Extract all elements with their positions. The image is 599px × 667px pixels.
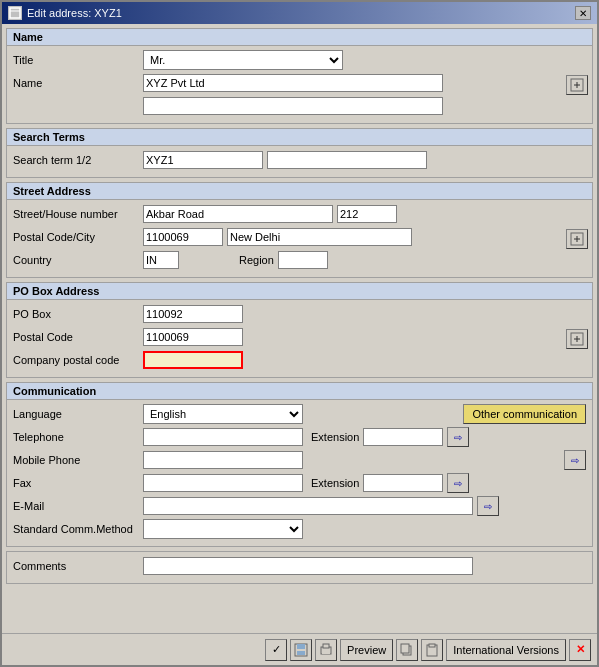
title-select[interactable]: Mr. Ms. Mrs. Dr. <box>143 50 343 70</box>
ext-label: Extension <box>311 431 359 443</box>
email-arrow-btn[interactable]: ⇨ <box>477 496 499 516</box>
mobile-arrow-btn[interactable]: ⇨ <box>564 450 586 470</box>
telephone-arrow-btn[interactable]: ⇨ <box>447 427 469 447</box>
po-box-label: PO Box <box>13 308 143 320</box>
search-term-label: Search term 1/2 <box>13 154 143 166</box>
print-icon <box>319 643 333 657</box>
telephone-input[interactable] <box>143 428 303 446</box>
po-section-icon-btn[interactable] <box>566 329 588 349</box>
title-label: Title <box>13 54 143 66</box>
search-section-header: Search Terms <box>7 129 592 146</box>
paste-icon <box>425 643 439 657</box>
po-section: PO Box Address PO Box Postal Code Compan… <box>6 282 593 378</box>
po-postal-input[interactable] <box>143 328 243 346</box>
region-input[interactable] <box>278 251 328 269</box>
title-row: Title Mr. Ms. Mrs. Dr. <box>13 50 562 70</box>
mobile-label: Mobile Phone <box>13 454 143 466</box>
svg-rect-16 <box>322 651 330 654</box>
title-bar: Edit address: XYZ1 ✕ <box>2 2 597 24</box>
comments-section: Comments <box>6 551 593 584</box>
mobile-arrow-icon: ⇨ <box>571 455 579 466</box>
search-term2-input[interactable] <box>267 151 427 169</box>
check-button[interactable]: ✓ <box>265 639 287 661</box>
postal-city-row: Postal Code/City <box>13 227 558 247</box>
po-postal-label: Postal Code <box>13 331 143 343</box>
name-section-header: Name <box>7 29 592 46</box>
footer-close-button[interactable]: ✕ <box>569 639 591 661</box>
search-term1-input[interactable] <box>143 151 263 169</box>
company-postal-label: Company postal code <box>13 354 143 366</box>
fax-input[interactable] <box>143 474 303 492</box>
search-term-row: Search term 1/2 <box>13 150 586 170</box>
preview-button[interactable]: Preview <box>340 639 393 661</box>
std-comm-select[interactable]: Telephone Fax E-Mail <box>143 519 303 539</box>
comments-input[interactable] <box>143 557 473 575</box>
fax-ext-label: Extension <box>311 477 359 489</box>
name-section-icon-btn[interactable] <box>566 75 588 95</box>
comments-section-body: Comments <box>7 552 592 583</box>
name-line2-input[interactable] <box>143 97 443 115</box>
svg-rect-13 <box>297 651 305 655</box>
fax-row: Fax Extension ⇨ <box>13 473 586 493</box>
house-number-input[interactable] <box>337 205 397 223</box>
copy-button[interactable] <box>396 639 418 661</box>
int-versions-button[interactable]: International Versions <box>446 639 566 661</box>
region-label: Region <box>239 254 274 266</box>
paste-button[interactable] <box>421 639 443 661</box>
street-row: Street/House number <box>13 204 558 224</box>
copy-icon <box>400 643 414 657</box>
save-button[interactable] <box>290 639 312 661</box>
language-row: Language English German French Other com… <box>13 404 586 424</box>
street-input[interactable] <box>143 205 333 223</box>
country-row: Country Region <box>13 250 558 270</box>
country-input[interactable] <box>143 251 179 269</box>
po-box-input[interactable] <box>143 305 243 323</box>
svg-rect-20 <box>429 644 435 647</box>
preview-label: Preview <box>347 644 386 656</box>
company-postal-input[interactable] <box>143 351 243 369</box>
fax-ext-input[interactable] <box>363 474 443 492</box>
email-arrow-icon: ⇨ <box>484 501 492 512</box>
footer-close-icon: ✕ <box>576 643 585 656</box>
int-versions-label: International Versions <box>453 644 559 656</box>
window-close-button[interactable]: ✕ <box>575 6 591 20</box>
fax-label: Fax <box>13 477 143 489</box>
content-area: Name Title Mr. Ms. Mrs. Dr. Name <box>2 24 597 633</box>
window-title: Edit address: XYZ1 <box>27 7 122 19</box>
street-section-header: Street Address <box>7 183 592 200</box>
comm-section-body: Language English German French Other com… <box>7 400 592 546</box>
street-section-icon-btn[interactable] <box>566 229 588 249</box>
check-icon: ✓ <box>272 643 281 656</box>
ext-input[interactable] <box>363 428 443 446</box>
telephone-row: Telephone Extension ⇨ <box>13 427 586 447</box>
search-section-body: Search term 1/2 <box>7 146 592 177</box>
name-input[interactable] <box>143 74 443 92</box>
footer-bar: ✓ Preview <box>2 633 597 665</box>
po-section-body: PO Box Postal Code Company postal code <box>7 300 592 377</box>
mobile-input[interactable] <box>143 451 303 469</box>
svg-rect-18 <box>401 644 409 653</box>
name-line2-row <box>13 96 562 116</box>
email-label: E-Mail <box>13 500 143 512</box>
print-button[interactable] <box>315 639 337 661</box>
telephone-arrow-icon: ⇨ <box>454 432 462 443</box>
language-select[interactable]: English German French <box>143 404 303 424</box>
std-comm-label: Standard Comm.Method <box>13 523 143 535</box>
name-row: Name <box>13 73 562 93</box>
fax-arrow-btn[interactable]: ⇨ <box>447 473 469 493</box>
comm-section-header: Communication <box>7 383 592 400</box>
comments-row: Comments <box>13 556 586 576</box>
email-input[interactable] <box>143 497 473 515</box>
company-postal-row: Company postal code <box>13 350 558 370</box>
comments-label: Comments <box>13 560 143 572</box>
telephone-label: Telephone <box>13 431 143 443</box>
postal-code-input[interactable] <box>143 228 223 246</box>
street-label: Street/House number <box>13 208 143 220</box>
street-section: Street Address Street/House number Posta… <box>6 182 593 278</box>
window-icon <box>8 6 22 20</box>
postal-city-label: Postal Code/City <box>13 231 143 243</box>
save-icon <box>294 643 308 657</box>
po-postal-row: Postal Code <box>13 327 558 347</box>
city-input[interactable] <box>227 228 412 246</box>
other-comm-button[interactable]: Other communication <box>463 404 586 424</box>
